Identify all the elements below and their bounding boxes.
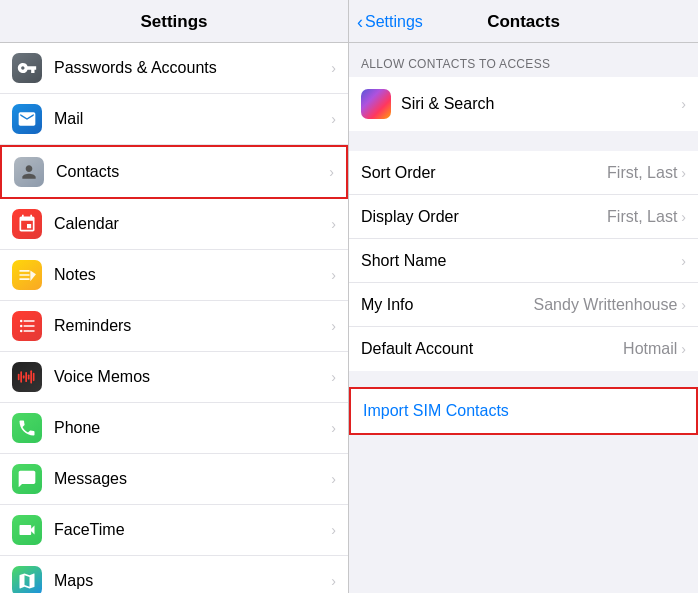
reminders-icon-wrap <box>12 311 42 341</box>
messages-icon <box>17 469 37 489</box>
phone-label: Phone <box>54 419 327 437</box>
allow-access-label: ALLOW CONTACTS TO ACCESS <box>349 43 698 77</box>
contacts-page-title: Contacts <box>487 12 560 32</box>
short-name-chevron: › <box>681 253 686 269</box>
passwords-label: Passwords & Accounts <box>54 59 327 77</box>
calendar-icon <box>17 214 37 234</box>
maps-icon-wrap <box>12 566 42 593</box>
phone-icon <box>17 418 37 438</box>
messages-icon-wrap <box>12 464 42 494</box>
notes-label: Notes <box>54 266 327 284</box>
svg-rect-7 <box>28 375 30 380</box>
siri-label: Siri & Search <box>401 95 681 113</box>
reminders-icon <box>17 316 37 336</box>
siri-icon <box>361 89 391 119</box>
phone-chevron: › <box>331 420 336 436</box>
sidebar-item-phone[interactable]: Phone › <box>0 403 348 454</box>
sidebar-item-voicememos[interactable]: Voice Memos › <box>0 352 348 403</box>
phone-icon-wrap <box>12 413 42 443</box>
svg-point-0 <box>20 320 23 323</box>
reminders-label: Reminders <box>54 317 327 335</box>
svg-rect-4 <box>20 371 22 383</box>
sort-order-value: First, Last <box>607 164 677 182</box>
maps-icon <box>17 571 37 591</box>
display-order-chevron: › <box>681 209 686 225</box>
notes-icon <box>17 265 37 285</box>
sort-order-item[interactable]: Sort Order First, Last › <box>349 151 698 195</box>
facetime-chevron: › <box>331 522 336 538</box>
contacts-label: Contacts <box>56 163 325 181</box>
svg-rect-5 <box>23 375 25 378</box>
svg-rect-9 <box>33 373 35 381</box>
back-label: Settings <box>365 13 423 31</box>
voicememos-icon-wrap <box>12 362 42 392</box>
sidebar-item-mail[interactable]: Mail › <box>0 94 348 145</box>
short-name-item[interactable]: Short Name › <box>349 239 698 283</box>
settings-header: Settings <box>0 0 348 43</box>
sidebar-item-facetime[interactable]: FaceTime › <box>0 505 348 556</box>
settings-panel: Settings Passwords & Accounts › Mail › C… <box>0 0 349 593</box>
facetime-icon <box>17 520 37 540</box>
sidebar-item-contacts[interactable]: Contacts › <box>0 145 348 199</box>
display-order-item[interactable]: Display Order First, Last › <box>349 195 698 239</box>
short-name-label: Short Name <box>361 252 681 270</box>
my-info-chevron: › <box>681 297 686 313</box>
calendar-icon-wrap <box>12 209 42 239</box>
siri-chevron: › <box>681 96 686 112</box>
access-list: Siri & Search › <box>349 77 698 131</box>
messages-label: Messages <box>54 470 327 488</box>
back-button[interactable]: ‹ Settings <box>357 12 423 33</box>
import-sim-section: Import SIM Contacts <box>349 387 698 435</box>
key-icon <box>17 58 37 78</box>
calendar-label: Calendar <box>54 215 327 233</box>
sidebar-item-calendar[interactable]: Calendar › <box>0 199 348 250</box>
contacts-header: ‹ Settings Contacts <box>349 0 698 43</box>
siri-search-item[interactable]: Siri & Search › <box>349 77 698 131</box>
my-info-value: Sandy Writtenhouse <box>534 296 678 314</box>
display-order-value: First, Last <box>607 208 677 226</box>
sidebar-item-notes[interactable]: Notes › <box>0 250 348 301</box>
calendar-chevron: › <box>331 216 336 232</box>
settings-title: Settings <box>140 12 207 31</box>
voicememos-label: Voice Memos <box>54 368 327 386</box>
my-info-label: My Info <box>361 296 534 314</box>
messages-chevron: › <box>331 471 336 487</box>
mail-icon <box>17 109 37 129</box>
settings-list: Passwords & Accounts › Mail › Contacts ›… <box>0 43 348 593</box>
import-sim-item[interactable]: Import SIM Contacts <box>351 389 696 433</box>
default-account-chevron: › <box>681 341 686 357</box>
voicememos-chevron: › <box>331 369 336 385</box>
mail-label: Mail <box>54 110 327 128</box>
import-sim-label: Import SIM Contacts <box>363 402 509 420</box>
notes-chevron: › <box>331 267 336 283</box>
mail-chevron: › <box>331 111 336 127</box>
default-account-item[interactable]: Default Account Hotmail › <box>349 327 698 371</box>
svg-rect-8 <box>30 370 32 383</box>
maps-chevron: › <box>331 573 336 589</box>
notes-icon-wrap <box>12 260 42 290</box>
sidebar-item-reminders[interactable]: Reminders › <box>0 301 348 352</box>
contacts-chevron: › <box>329 164 334 180</box>
sort-order-label: Sort Order <box>361 164 607 182</box>
passwords-chevron: › <box>331 60 336 76</box>
back-chevron-icon: ‹ <box>357 12 363 33</box>
default-account-value: Hotmail <box>623 340 677 358</box>
maps-label: Maps <box>54 572 327 590</box>
contacts-settings-list: Sort Order First, Last › Display Order F… <box>349 151 698 371</box>
default-account-label: Default Account <box>361 340 623 358</box>
svg-point-1 <box>20 325 23 328</box>
reminders-chevron: › <box>331 318 336 334</box>
sidebar-item-messages[interactable]: Messages › <box>0 454 348 505</box>
svg-point-2 <box>20 330 23 333</box>
sidebar-item-maps[interactable]: Maps › <box>0 556 348 593</box>
sidebar-item-passwords[interactable]: Passwords & Accounts › <box>0 43 348 94</box>
my-info-item[interactable]: My Info Sandy Writtenhouse › <box>349 283 698 327</box>
contacts-icon-wrap <box>14 157 44 187</box>
passwords-icon-wrap <box>12 53 42 83</box>
contacts-icon <box>19 162 39 182</box>
display-order-label: Display Order <box>361 208 607 226</box>
mail-icon-wrap <box>12 104 42 134</box>
voicememos-icon <box>17 367 37 387</box>
facetime-label: FaceTime <box>54 521 327 539</box>
section-gap-1 <box>349 131 698 151</box>
